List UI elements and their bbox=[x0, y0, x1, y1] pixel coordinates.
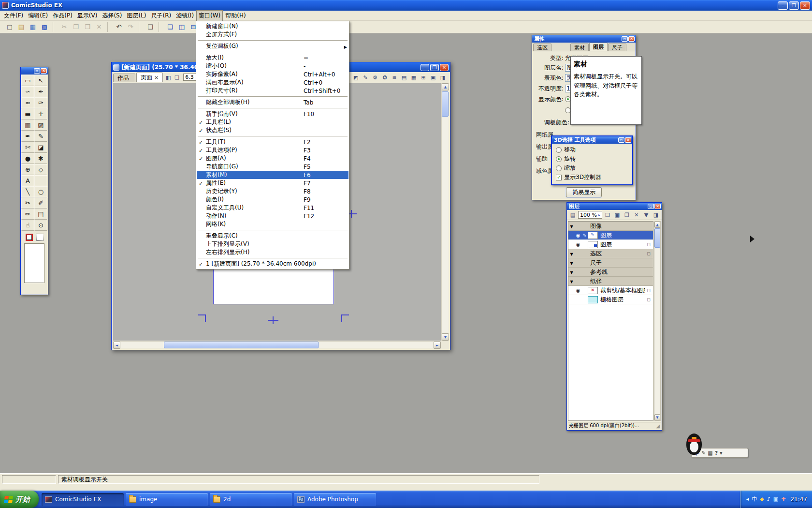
scroll-down-button[interactable]: ▼ bbox=[442, 333, 449, 341]
copy-button[interactable]: ❐ bbox=[70, 22, 82, 32]
empty-tool-slot[interactable] bbox=[34, 175, 47, 186]
toolbar-button[interactable] bbox=[139, 22, 143, 32]
menu-item[interactable]: 上下排列显示(V) bbox=[197, 240, 348, 248]
dock-expand-arrow-icon[interactable] bbox=[750, 236, 754, 242]
panel-close-button[interactable]: ✕ bbox=[628, 36, 635, 42]
tab-close-icon[interactable]: × bbox=[154, 75, 159, 81]
menubar-item[interactable]: 尺子(R) bbox=[148, 10, 174, 21]
taskbar-task[interactable]: Adobe Photoshop bbox=[294, 493, 376, 506]
security-tray-icon[interactable]: ✚ bbox=[781, 496, 785, 503]
pattern-brush-tool[interactable]: ✱ bbox=[34, 153, 47, 164]
tone-icon[interactable]: ≋ bbox=[390, 74, 399, 81]
menu-item[interactable]: 属性(E) F7 bbox=[197, 179, 348, 187]
shape-tool[interactable]: ◇ bbox=[34, 164, 47, 175]
menu-item[interactable]: 工具(T) F2 bbox=[197, 138, 348, 146]
select-arrow-tool[interactable]: ↖ bbox=[34, 75, 47, 86]
tone-tool[interactable]: ▨ bbox=[34, 120, 47, 131]
properties-panel-titlebar[interactable]: 属性 ▫ ✕ bbox=[532, 35, 636, 43]
properties-tab[interactable]: 尺子 bbox=[608, 44, 626, 51]
menu-item[interactable]: 素材(M) F6 bbox=[197, 171, 348, 179]
hidden-icons-chevron[interactable]: ◂ bbox=[746, 496, 749, 503]
start-button[interactable]: 开始 bbox=[0, 491, 39, 508]
layer-row[interactable]: 纸张 bbox=[568, 277, 653, 286]
qq-tray-icon[interactable]: ◆ bbox=[760, 496, 764, 503]
print-button[interactable]: ❑ bbox=[145, 22, 156, 32]
menu-item[interactable]: 新建窗口(N) bbox=[197, 22, 348, 30]
menubar-item[interactable]: 滤镜(I) bbox=[174, 10, 196, 21]
expand-triangle-icon[interactable] bbox=[568, 223, 575, 229]
new-folder-icon[interactable]: ▣ bbox=[613, 211, 622, 219]
ime-keyboard-icon[interactable]: ▦ bbox=[708, 450, 712, 456]
layer-lock-icon[interactable] bbox=[645, 288, 652, 293]
panel-close-button[interactable]: ✕ bbox=[625, 137, 631, 143]
magic-wand-tool[interactable]: ✑ bbox=[34, 97, 47, 108]
ink-pen-tool[interactable]: ✒ bbox=[21, 131, 34, 142]
panel-close-button[interactable]: ✕ bbox=[41, 68, 47, 74]
knife-tool[interactable]: ✄ bbox=[21, 142, 34, 153]
eraser-tool[interactable]: ◪ bbox=[34, 142, 47, 153]
compass-icon[interactable]: ✪ bbox=[380, 74, 389, 81]
tool-palette-titlebar[interactable]: ▫ ✕ bbox=[21, 67, 48, 75]
pen-settings-icon[interactable]: ✎ bbox=[361, 74, 370, 81]
menubar-item[interactable]: 帮助(H) bbox=[223, 10, 248, 21]
ruler-tool[interactable]: ▬ bbox=[21, 108, 34, 120]
menu-item[interactable]: 图层(A) F4 bbox=[197, 154, 348, 163]
visibility-eye-icon[interactable] bbox=[575, 288, 581, 293]
panel-collapse-button[interactable]: ▫ bbox=[618, 137, 624, 143]
properties-tab[interactable]: 素材 bbox=[570, 44, 589, 51]
layers-scrollbar[interactable]: ▲ ▼ bbox=[654, 221, 661, 421]
menu-item[interactable]: 网络(K) bbox=[197, 220, 348, 228]
background-color-swatch[interactable] bbox=[36, 234, 44, 241]
transform-icon[interactable]: ◩ bbox=[351, 74, 360, 81]
taskbar-task[interactable]: ComicStudio EX bbox=[42, 493, 124, 506]
menu-item[interactable]: 工具栏(L) bbox=[197, 118, 348, 126]
hand-tool[interactable]: ☝ bbox=[21, 220, 34, 231]
panel-tool[interactable]: ▤ bbox=[34, 209, 47, 220]
save-button[interactable]: ▦ bbox=[27, 22, 39, 32]
grid-icon[interactable]: ⊞ bbox=[419, 74, 428, 81]
window-tile-horizontal-button[interactable]: ◫ bbox=[176, 22, 188, 32]
menu-item[interactable]: 重叠显示(C) bbox=[197, 232, 348, 240]
menubar-item[interactable]: 选择(S) bbox=[100, 10, 124, 21]
new-layer-icon[interactable]: ❏ bbox=[603, 211, 612, 219]
compass-tool[interactable]: ⊕ bbox=[21, 164, 34, 175]
layers-scroll-down-button[interactable]: ▼ bbox=[654, 414, 660, 420]
panel-close-button[interactable]: ✕ bbox=[654, 204, 661, 209]
network-tray-icon[interactable]: ▣ bbox=[773, 496, 778, 503]
window-cascade-button[interactable]: ❏ bbox=[164, 22, 176, 32]
tool-option-radio-row[interactable]: 旋转 bbox=[552, 154, 632, 164]
layer-zoom-combo[interactable]: 100 % bbox=[578, 211, 602, 219]
line-tool[interactable]: ╲ bbox=[21, 186, 34, 197]
foreground-color-swatch[interactable] bbox=[26, 234, 33, 241]
menu-item[interactable]: 导航窗口(G) F5 bbox=[197, 163, 348, 171]
pencil2-tool[interactable]: ✏ bbox=[21, 209, 34, 220]
menu-item[interactable]: 满画布显示(A) Ctrl+0 bbox=[197, 78, 348, 87]
panel-toggle-icon[interactable]: ◨ bbox=[438, 74, 447, 81]
scroll-left-button[interactable]: ◄ bbox=[113, 342, 120, 349]
delete-layer-icon[interactable]: ✕ bbox=[632, 211, 641, 219]
menubar-item[interactable]: 编辑(E) bbox=[26, 10, 50, 21]
menu-item[interactable]: 复位调板(G) bbox=[197, 42, 348, 50]
volume-tray-icon[interactable]: ♪ bbox=[767, 496, 770, 503]
resize-grip[interactable]: ◢ bbox=[656, 423, 660, 429]
layers-panel-titlebar[interactable]: 图层 ▫ ✕ bbox=[567, 203, 662, 210]
panel-collapse-button[interactable]: ▫ bbox=[622, 36, 628, 42]
menu-item[interactable]: 全屏方式(F) bbox=[197, 30, 348, 39]
hscroll-track[interactable] bbox=[120, 342, 434, 348]
toolbar-button[interactable] bbox=[159, 22, 163, 32]
panel-collapse-button[interactable]: ▫ bbox=[648, 204, 654, 209]
move-tool[interactable]: ✛ bbox=[34, 108, 47, 120]
layer-row[interactable]: 栅格图层 bbox=[568, 295, 653, 304]
menubar-item[interactable]: 文件(F) bbox=[1, 10, 26, 21]
frame-icon[interactable]: ▣ bbox=[429, 74, 437, 81]
menubar-item[interactable]: 显示(V) bbox=[75, 10, 100, 21]
maximize-button[interactable]: ❐ bbox=[789, 1, 799, 10]
ime-help-icon[interactable]: ? bbox=[715, 450, 718, 456]
layers-scroll-up-button[interactable]: ▲ bbox=[654, 222, 660, 228]
qq-penguin-icon[interactable] bbox=[684, 433, 704, 457]
expand-triangle-icon[interactable] bbox=[568, 250, 575, 257]
visibility-eye-icon[interactable] bbox=[575, 233, 581, 238]
document-tab[interactable]: 作品 bbox=[113, 74, 135, 82]
zoom-tool[interactable]: ⊙ bbox=[34, 220, 47, 231]
app-titlebar[interactable]: ComicStudio EX – ❐ ✕ bbox=[0, 0, 812, 11]
